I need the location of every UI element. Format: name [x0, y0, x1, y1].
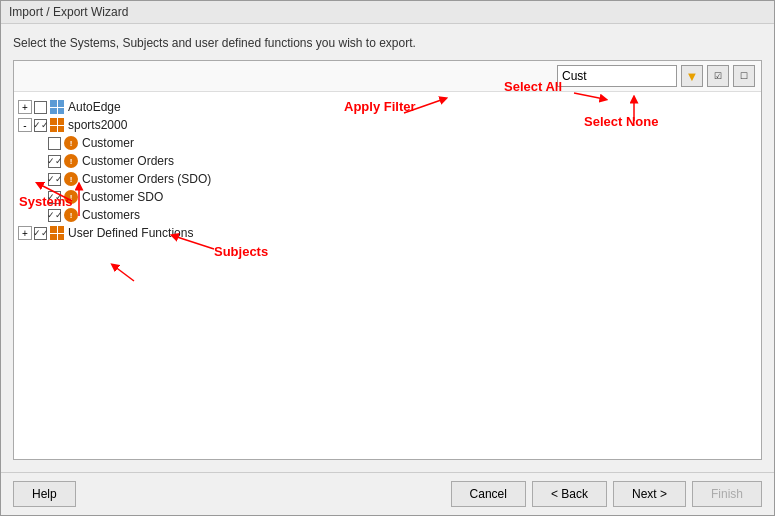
tree-node[interactable]: ✓ ! Customers: [34, 206, 757, 224]
tree-node[interactable]: + ✓ User Defined Functions: [18, 224, 757, 242]
back-button[interactable]: < Back: [532, 481, 607, 507]
checkbox-customer-orders-sdo[interactable]: ✓: [48, 173, 61, 186]
select-all-icon: ☑: [714, 71, 722, 81]
subject-icon-customer-orders: !: [63, 153, 79, 169]
checkbox-customers[interactable]: ✓: [48, 209, 61, 222]
select-none-button[interactable]: ☐: [733, 65, 755, 87]
footer-right: Cancel < Back Next > Finish: [451, 481, 762, 507]
checkbox-customer-orders[interactable]: ✓: [48, 155, 61, 168]
checkbox-customer-sdo[interactable]: ✓: [48, 191, 61, 204]
filter-input[interactable]: [557, 65, 677, 87]
select-none-icon: ☐: [740, 71, 748, 81]
node-label-autoedge: AutoEdge: [68, 100, 121, 114]
main-panel: ▼ ☑ ☐ + AutoEdge: [13, 60, 762, 460]
help-button[interactable]: Help: [13, 481, 76, 507]
title-bar: Import / Export Wizard: [1, 1, 774, 24]
window: Import / Export Wizard Select the System…: [0, 0, 775, 516]
checkbox-user-defined[interactable]: ✓: [34, 227, 47, 240]
subject-icon-customer-orders-sdo: !: [63, 171, 79, 187]
description: Select the Systems, Subjects and user de…: [13, 36, 762, 50]
checkbox-autoedge[interactable]: [34, 101, 47, 114]
node-label-customer-orders-sdo: Customer Orders (SDO): [82, 172, 211, 186]
node-label-customer: Customer: [82, 136, 134, 150]
tree-node[interactable]: ! Customer: [34, 134, 757, 152]
funnel-icon: ▼: [686, 69, 699, 84]
subject-icon-customer: !: [63, 135, 79, 151]
tree-node[interactable]: ✓ ! Customer SDO: [34, 188, 757, 206]
expand-sports2000[interactable]: -: [18, 118, 32, 132]
subject-icon-customer-sdo: !: [63, 189, 79, 205]
checkbox-customer[interactable]: [48, 137, 61, 150]
window-title: Import / Export Wizard: [9, 5, 128, 19]
footer: Help Cancel < Back Next > Finish: [1, 472, 774, 515]
tree-node[interactable]: ✓ ! Customer Orders (SDO): [34, 170, 757, 188]
expand-user-defined[interactable]: +: [18, 226, 32, 240]
tree-area: + AutoEdge - ✓ sports2000: [14, 92, 761, 459]
grid-icon-autoedge: [49, 99, 65, 115]
footer-left: Help: [13, 481, 76, 507]
node-label-customers: Customers: [82, 208, 140, 222]
content-area: Select the Systems, Subjects and user de…: [1, 24, 774, 472]
select-all-button[interactable]: ☑: [707, 65, 729, 87]
grid-icon-user-defined: [49, 225, 65, 241]
filter-bar: ▼ ☑ ☐: [14, 61, 761, 92]
cancel-button[interactable]: Cancel: [451, 481, 526, 507]
expand-autoedge[interactable]: +: [18, 100, 32, 114]
checkbox-sports2000[interactable]: ✓: [34, 119, 47, 132]
finish-button[interactable]: Finish: [692, 481, 762, 507]
subject-icon-customers: !: [63, 207, 79, 223]
tree-node[interactable]: + AutoEdge: [18, 98, 757, 116]
grid-icon-sports2000: [49, 117, 65, 133]
apply-filter-button[interactable]: ▼: [681, 65, 703, 87]
node-label-customer-orders: Customer Orders: [82, 154, 174, 168]
tree-node[interactable]: ✓ ! Customer Orders: [34, 152, 757, 170]
node-label-sports2000: sports2000: [68, 118, 127, 132]
node-label-user-defined: User Defined Functions: [68, 226, 193, 240]
tree-node[interactable]: - ✓ sports2000: [18, 116, 757, 134]
node-label-customer-sdo: Customer SDO: [82, 190, 163, 204]
next-button[interactable]: Next >: [613, 481, 686, 507]
